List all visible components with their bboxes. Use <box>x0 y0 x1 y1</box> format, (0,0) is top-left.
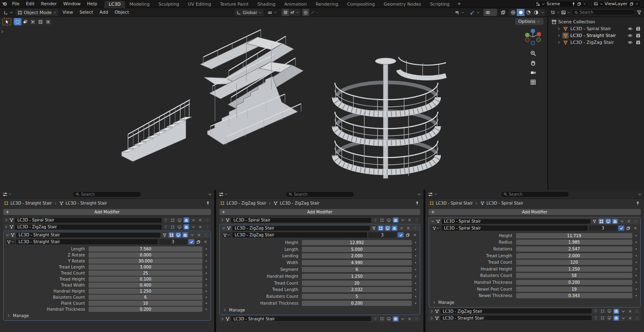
parameter-value-field[interactable]: 58 <box>516 273 632 278</box>
realtime-toggle[interactable] <box>605 219 611 224</box>
collapse-icon[interactable] <box>222 226 225 230</box>
add-modifier-button[interactable]: Add Modifier <box>219 209 420 215</box>
animate-decorator[interactable] <box>202 254 210 256</box>
parameter-value-field[interactable]: 0.343 <box>516 293 632 298</box>
add-modifier-button[interactable]: Add Modifier <box>429 209 641 215</box>
animate-decorator[interactable] <box>202 285 210 286</box>
pin-icon[interactable] <box>415 201 419 205</box>
scene-selector[interactable]: Scene <box>534 1 588 7</box>
new-scene-icon[interactable] <box>577 2 581 6</box>
workspace-tab[interactable]: Texture Paint <box>215 1 253 8</box>
parameter-value-field[interactable]: 4.990 <box>302 260 412 265</box>
viewport-menu-item[interactable]: Add <box>96 8 111 16</box>
select-mode-intersect[interactable] <box>44 18 52 25</box>
parameter-value-field[interactable]: 3.000 <box>89 264 202 270</box>
parameter-value-field[interactable]: 6 <box>302 267 412 272</box>
xray-toggle[interactable] <box>499 9 508 16</box>
properties-search-input[interactable] <box>81 192 138 197</box>
parameter-value-field[interactable]: 1.250 <box>516 266 632 272</box>
modifier-name-field[interactable]: LC3D - Spiral Stair <box>15 218 162 223</box>
options-button[interactable]: Options <box>515 18 543 25</box>
new-layer-icon[interactable] <box>630 2 634 6</box>
drag-handle[interactable] <box>413 217 419 223</box>
parameter-value-field[interactable]: 0.200 <box>89 307 202 312</box>
animate-decorator[interactable] <box>412 255 419 256</box>
outliner-object-row[interactable]: LC3D - Spiral Stair <box>548 25 644 32</box>
render-toggle[interactable] <box>393 217 398 223</box>
render-toggle[interactable] <box>612 219 618 224</box>
delete-modifier-button[interactable] <box>407 217 412 223</box>
expand-icon[interactable] <box>557 34 561 37</box>
expand-icon[interactable] <box>4 225 8 229</box>
animate-decorator[interactable] <box>412 289 419 290</box>
collapse-icon[interactable] <box>6 233 9 237</box>
parameter-value-field[interactable]: 30.000 <box>89 258 202 264</box>
expand-icon[interactable] <box>430 316 433 320</box>
new-node-group-button[interactable] <box>405 232 411 238</box>
parameter-value-field[interactable]: 5.000 <box>302 247 412 252</box>
parameter-value-field[interactable]: 1.985 <box>516 240 632 245</box>
edit-mode-toggle[interactable] <box>600 309 605 314</box>
users-count[interactable]: 3 <box>159 239 187 244</box>
animate-decorator[interactable] <box>632 255 640 256</box>
render-toggle[interactable] <box>184 224 189 230</box>
drag-handle[interactable] <box>204 217 210 223</box>
on-cage-toggle[interactable] <box>592 219 597 224</box>
disable-render-icon[interactable] <box>636 33 641 38</box>
animate-decorator[interactable] <box>632 282 640 283</box>
outliner-object-row[interactable]: LC3D - Straight Stair <box>548 32 644 39</box>
modifier-extras-dropdown[interactable] <box>398 225 404 231</box>
modifier-extras-dropdown[interactable] <box>190 217 196 223</box>
straight-stair-object[interactable] <box>122 100 192 162</box>
render-toggle[interactable] <box>184 217 189 223</box>
select-mode-extend[interactable] <box>21 18 29 25</box>
chevron-down-icon[interactable] <box>567 11 570 14</box>
camera-view-icon[interactable] <box>530 70 536 76</box>
snap-toggle[interactable] <box>282 9 289 16</box>
viewport-canvas[interactable] <box>0 17 548 190</box>
chevron-down-icon[interactable] <box>638 193 642 196</box>
blender-logo-icon[interactable] <box>0 1 9 6</box>
parameter-value-field[interactable]: 2.000 <box>516 253 632 258</box>
active-tool-select-box[interactable] <box>2 18 11 25</box>
modifier-name-field[interactable]: LC3D - ZigZag Stair <box>232 226 370 231</box>
shading-dropdown[interactable] <box>540 9 545 16</box>
pan-hand-icon[interactable] <box>530 60 536 66</box>
properties-search-input[interactable] <box>294 192 351 197</box>
realtime-toggle[interactable] <box>385 225 390 231</box>
delete-modifier-button[interactable] <box>197 224 203 230</box>
render-toggle[interactable] <box>182 232 188 238</box>
drag-handle[interactable] <box>634 309 640 314</box>
parameter-value-field[interactable]: 120 <box>516 260 632 265</box>
properties-editor-icon[interactable] <box>428 192 433 197</box>
falloff-curve-icon[interactable] <box>310 10 315 15</box>
overlays-toggle[interactable] <box>483 9 497 16</box>
workspace-tab[interactable]: UV Editing <box>184 1 215 8</box>
animate-decorator[interactable] <box>412 269 419 270</box>
snap-target-icon[interactable] <box>290 10 295 15</box>
modifier-row[interactable]: LC3D - Spiral Stair <box>430 218 640 224</box>
visibility-dropdown[interactable] <box>453 9 466 16</box>
spiral-stair-object[interactable] <box>335 57 446 178</box>
transform-orientation-dropdown[interactable]: Global <box>235 9 264 16</box>
parameter-value-field[interactable]: 1.250 <box>302 274 412 279</box>
select-mode-new[interactable] <box>14 18 21 25</box>
modifier-name-field[interactable]: LC3D - Straight Stair <box>16 233 161 238</box>
node-group-name-field[interactable]: LC3D - Spiral Stair <box>442 225 588 231</box>
perspective-toggle-icon[interactable] <box>530 79 536 85</box>
menu-item[interactable]: Help <box>84 0 100 8</box>
properties-search[interactable] <box>286 191 354 197</box>
on-cage-toggle[interactable] <box>371 225 377 231</box>
workspace-tab[interactable]: Compositing <box>343 1 379 8</box>
viewport-3d[interactable]: Options <box>0 17 548 190</box>
browse-node-group-button[interactable] <box>222 232 231 238</box>
properties-search[interactable] <box>501 191 569 197</box>
parameter-value-field[interactable]: 0.400 <box>89 283 202 288</box>
node-group-name-field[interactable]: LC3D - Straight Stair <box>16 239 158 244</box>
realtime-toggle[interactable] <box>177 224 182 230</box>
toolbar-expand-arrow[interactable] <box>0 30 4 33</box>
on-cage-toggle[interactable] <box>163 224 169 230</box>
edit-mode-toggle[interactable] <box>169 232 174 238</box>
animate-decorator[interactable] <box>202 266 210 268</box>
parameter-value-field[interactable]: 0.200 <box>516 280 632 285</box>
